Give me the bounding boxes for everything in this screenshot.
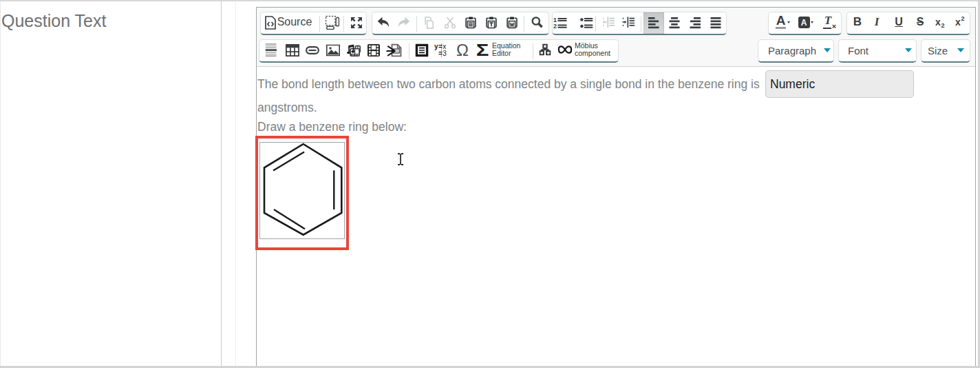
svg-text:2: 2 bbox=[553, 23, 557, 29]
svg-text:1: 1 bbox=[553, 16, 557, 23]
